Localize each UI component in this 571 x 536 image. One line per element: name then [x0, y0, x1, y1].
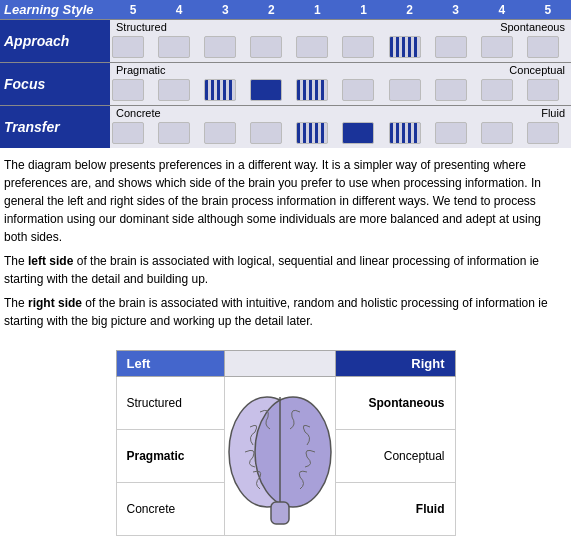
left-brain-text: The left side of the brain is associated… — [4, 252, 567, 288]
transfer-seg-8 — [433, 120, 479, 148]
focus-seg-5 — [294, 77, 340, 106]
brain-right-header: Right — [335, 351, 455, 377]
svg-rect-3 — [271, 502, 289, 524]
brain-left-header: Left — [116, 351, 224, 377]
brain-row2-left: Pragmatic — [116, 430, 224, 483]
brain-image-header — [224, 351, 335, 377]
scale-2-left: 2 — [248, 0, 294, 20]
focus-right-label: Conceptual — [509, 64, 565, 76]
focus-seg-1 — [110, 77, 156, 106]
approach-seg-9 — [479, 34, 525, 63]
transfer-seg-5 — [294, 120, 340, 148]
transfer-seg-7 — [387, 120, 433, 148]
scale-2-right: 2 — [387, 0, 433, 20]
scale-5-left: 5 — [110, 0, 156, 20]
approach-right-label: Spontaneous — [500, 21, 565, 33]
transfer-left-label: Concrete — [116, 107, 161, 119]
approach-left-label: Structured — [116, 21, 167, 33]
scale-5-right: 5 — [525, 0, 571, 20]
transfer-label: Transfer — [0, 106, 110, 149]
brain-row1-left: Structured — [116, 377, 224, 430]
focus-seg-8 — [433, 77, 479, 106]
left-brain-bold: left side — [28, 254, 73, 268]
transfer-seg-1 — [110, 120, 156, 148]
brain-row1-right: Spontaneous — [335, 377, 455, 430]
focus-label: Focus — [0, 63, 110, 106]
header-label: Learning Style — [0, 0, 110, 20]
approach-seg-1 — [110, 34, 156, 63]
brain-svg — [225, 377, 335, 532]
right-brain-bold: right side — [28, 296, 82, 310]
scale-1-right: 1 — [340, 0, 386, 20]
scale-4-left: 4 — [156, 0, 202, 20]
approach-seg-8 — [433, 34, 479, 63]
approach-seg-6 — [340, 34, 386, 63]
scale-3-left: 3 — [202, 0, 248, 20]
transfer-seg-4 — [248, 120, 294, 148]
brain-row3-left: Concrete — [116, 483, 224, 536]
approach-label: Approach — [0, 20, 110, 63]
transfer-seg-3 — [202, 120, 248, 148]
focus-seg-3 — [202, 77, 248, 106]
intro-text: The diagram below presents preferences i… — [4, 156, 567, 246]
approach-seg-10 — [525, 34, 571, 63]
description-section: The diagram below presents preferences i… — [0, 148, 571, 342]
brain-row2-right: Conceptual — [335, 430, 455, 483]
focus-seg-7 — [387, 77, 433, 106]
right-brain-text: The right side of the brain is associate… — [4, 294, 567, 330]
approach-seg-5 — [294, 34, 340, 63]
transfer-seg-2 — [156, 120, 202, 148]
approach-seg-2 — [156, 34, 202, 63]
focus-seg-4 — [248, 77, 294, 106]
scale-4-right: 4 — [479, 0, 525, 20]
approach-seg-7 — [387, 34, 433, 63]
focus-seg-6 — [340, 77, 386, 106]
approach-seg-4 — [248, 34, 294, 63]
transfer-seg-6 — [340, 120, 386, 148]
brain-diagram-wrapper: Left Right Structured — [0, 350, 571, 536]
brain-image-cell — [224, 377, 335, 536]
approach-seg-3 — [202, 34, 248, 63]
transfer-seg-9 — [479, 120, 525, 148]
svg-point-1 — [255, 397, 331, 507]
brain-diagram-table: Left Right Structured — [116, 350, 456, 536]
focus-seg-2 — [156, 77, 202, 106]
brain-row3-right: Fluid — [335, 483, 455, 536]
scale-3-right: 3 — [433, 0, 479, 20]
transfer-right-label: Fluid — [541, 107, 565, 119]
focus-seg-10 — [525, 77, 571, 106]
focus-left-label: Pragmatic — [116, 64, 166, 76]
transfer-seg-10 — [525, 120, 571, 148]
scale-1-left: 1 — [294, 0, 340, 20]
focus-seg-9 — [479, 77, 525, 106]
